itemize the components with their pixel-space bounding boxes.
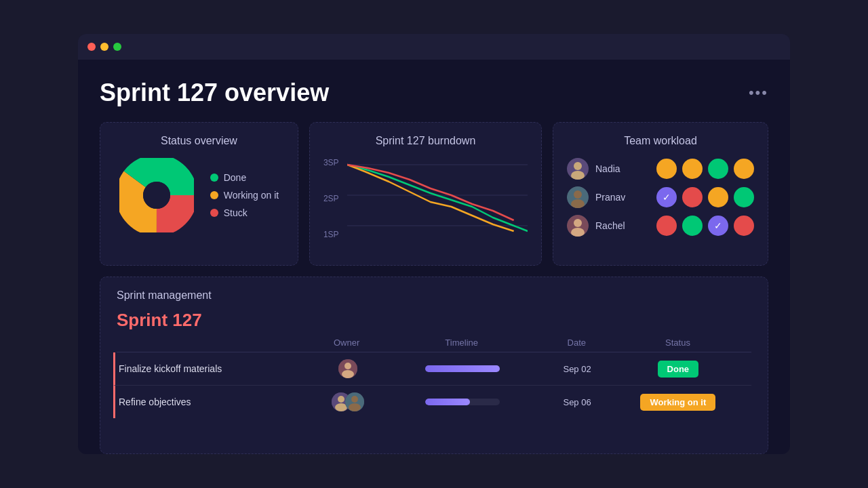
date-cell-2: Sep 06 <box>531 397 623 407</box>
more-options-button[interactable]: ••• <box>749 84 768 102</box>
owner-cell-1 <box>302 359 393 378</box>
svg-point-24 <box>349 403 361 411</box>
timeline-cell-2 <box>394 399 532 405</box>
close-button[interactable] <box>87 43 96 51</box>
burndown-y-labels: 3SP 2SP 1SP <box>323 158 339 239</box>
member-name-pranav: Pranav <box>595 192 633 203</box>
status-badge-working[interactable]: Working on it <box>640 394 715 411</box>
table-row: Refine objectives Sep 06 <box>113 386 751 418</box>
team-workload-title: Team workload <box>567 135 754 147</box>
sprint-label: Sprint 127 <box>117 310 751 331</box>
done-label: Done <box>224 172 246 183</box>
page-title: Sprint 127 overview <box>100 79 329 107</box>
cards-row: Status overview <box>100 122 768 266</box>
svg-point-3 <box>143 182 170 209</box>
pranav-dot-3[interactable] <box>708 187 728 207</box>
col-date: Date <box>530 338 623 348</box>
y-label-1sp: 1SP <box>323 230 339 239</box>
y-label-3sp: 3SP <box>323 158 339 167</box>
col-task <box>117 338 300 348</box>
avatar-nadia <box>567 158 589 180</box>
status-badge-done[interactable]: Done <box>658 361 699 378</box>
rachel-dot-1[interactable] <box>656 216 677 236</box>
owner-avatar-1 <box>338 359 357 378</box>
avatar-rachel <box>567 215 589 237</box>
task-name-2: Refine objectives <box>119 396 302 407</box>
col-add <box>733 338 751 348</box>
legend-stuck: Stuck <box>210 207 279 218</box>
owner-avatar-group-2 <box>332 392 364 411</box>
nadia-dots <box>656 159 754 179</box>
legend-working: Working on it <box>210 190 279 201</box>
svg-point-20 <box>338 396 344 403</box>
y-label-2sp: 2SP <box>323 194 339 203</box>
status-card-body: Done Working on it Stuck <box>114 158 284 232</box>
titlebar <box>78 34 790 60</box>
burndown-body: 3SP 2SP 1SP <box>323 158 528 253</box>
svg-point-14 <box>574 219 582 227</box>
nadia-dot-3[interactable] <box>708 159 728 179</box>
sprint-management-title: Sprint management <box>117 289 751 302</box>
status-overview-title: Status overview <box>114 135 284 147</box>
timeline-bar-1 <box>425 365 500 372</box>
status-overview-card: Status overview <box>100 122 298 266</box>
team-workload-card: Team workload Nadia <box>553 122 768 266</box>
date-cell-1: Sep 02 <box>531 364 623 374</box>
legend: Done Working on it Stuck <box>210 172 279 218</box>
done-dot <box>210 174 218 182</box>
workload-body: Nadia Pranav <box>567 158 754 237</box>
member-name-nadia: Nadia <box>595 163 633 174</box>
task-name-1: Finalize kickoff materials <box>119 363 302 374</box>
burndown-svg-container <box>347 158 528 239</box>
svg-point-18 <box>342 370 354 378</box>
pranav-dot-1[interactable]: ✓ <box>656 187 677 207</box>
owner-avatar-2b <box>345 392 364 411</box>
pranav-dot-2[interactable] <box>682 187 703 207</box>
member-name-rachel: Rachel <box>595 220 633 231</box>
col-timeline: Timeline <box>393 338 530 348</box>
svg-point-17 <box>344 363 351 369</box>
timeline-bar-2 <box>425 399 500 405</box>
workload-row-nadia: Nadia <box>567 158 754 180</box>
col-owner: Owner <box>300 338 393 348</box>
workload-row-rachel: Rachel ✓ <box>567 215 754 237</box>
burndown-card: Sprint 127 burndown 3SP 2SP 1SP <box>309 122 542 266</box>
sprint-management-card: Sprint management Sprint 127 Owner Timel… <box>100 277 768 454</box>
sprint-table-header: Owner Timeline Date Status <box>117 338 751 352</box>
working-label: Working on it <box>224 190 279 201</box>
minimize-button[interactable] <box>100 43 108 51</box>
burndown-title: Sprint 127 burndown <box>323 135 528 147</box>
legend-done: Done <box>210 172 279 183</box>
maximize-button[interactable] <box>113 43 121 51</box>
status-cell-1: Done <box>623 361 733 378</box>
pie-chart <box>119 158 194 232</box>
timeline-cell-1 <box>394 365 532 372</box>
nadia-dot-4[interactable] <box>734 159 754 179</box>
page-header: Sprint 127 overview ••• <box>100 79 768 107</box>
workload-row-pranav: Pranav ✓ <box>567 186 754 208</box>
rachel-dot-3[interactable]: ✓ <box>708 216 728 236</box>
avatar-pranav <box>567 186 589 208</box>
owner-cell-2 <box>302 392 393 411</box>
svg-point-23 <box>351 396 358 403</box>
stuck-dot <box>210 209 218 217</box>
main-content: Sprint 127 overview ••• Status overview <box>78 60 790 454</box>
nadia-dot-2[interactable] <box>682 159 703 179</box>
working-dot <box>210 191 218 199</box>
table-row: Finalize kickoff materials Sep 02 Done <box>113 352 751 386</box>
app-window: Sprint 127 overview ••• Status overview <box>78 34 790 454</box>
col-status: Status <box>623 338 733 348</box>
status-cell-2: Working on it <box>623 394 733 411</box>
pranav-dots: ✓ <box>656 187 754 207</box>
pranav-dot-4[interactable] <box>734 187 754 207</box>
rachel-dot-4[interactable] <box>734 216 754 236</box>
rachel-dots: ✓ <box>656 216 754 236</box>
nadia-dot-1[interactable] <box>656 159 677 179</box>
stuck-label: Stuck <box>224 207 248 218</box>
svg-point-8 <box>574 162 582 170</box>
rachel-dot-2[interactable] <box>682 216 703 236</box>
svg-point-11 <box>574 190 582 199</box>
